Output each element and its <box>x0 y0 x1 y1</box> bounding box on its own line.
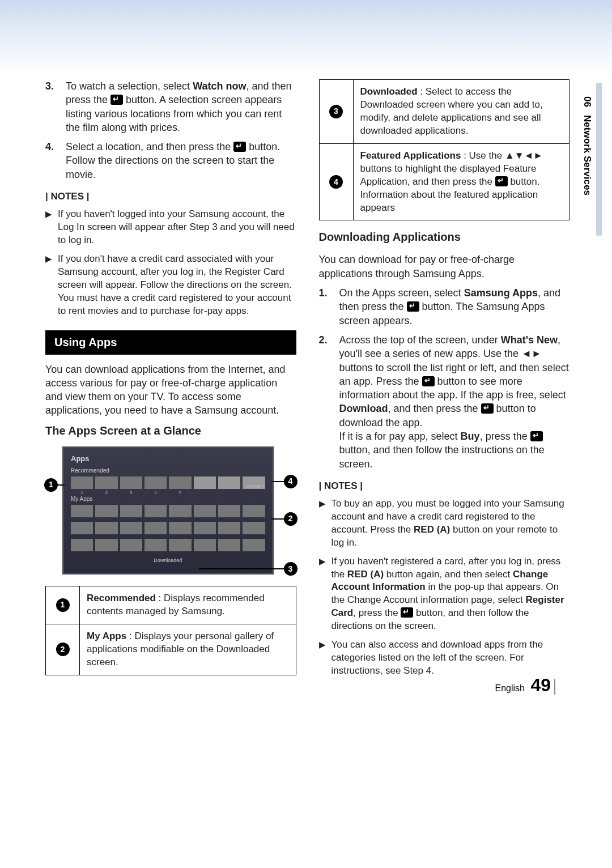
recommended-label: Recommended <box>71 467 265 475</box>
bullet-icon: ▶ <box>45 208 58 247</box>
callout-2: 2 <box>284 512 298 526</box>
notes-list-right: ▶ To buy an app, you must be logged into… <box>319 497 570 678</box>
legend-num-2: 2 <box>56 643 70 656</box>
table-row: 4 Featured Applications : Use the ▲▼◄► b… <box>319 143 570 220</box>
step-text: On the Apps screen, select Samsung Apps,… <box>339 286 570 327</box>
note-text: If you don't have a credit card associat… <box>58 253 296 318</box>
enter-icon <box>233 142 246 152</box>
enter-icon <box>495 176 508 186</box>
legend-num-1: 1 <box>56 598 70 612</box>
enter-icon <box>401 607 413 618</box>
enter-icon <box>530 431 543 441</box>
watch-steps: 3. To watch a selection, select Watch no… <box>45 79 296 181</box>
notes-list: ▶If you haven't logged into your Samsung… <box>45 208 296 318</box>
bullet-icon: ▶ <box>319 555 332 633</box>
section-intro: You can download applications from the I… <box>45 363 296 418</box>
note-text: You can also access and download apps fr… <box>332 639 570 678</box>
notes-header: | NOTES | <box>45 190 296 203</box>
my-apps-label: My Apps <box>71 495 265 503</box>
table-row: 2 My Apps : Displays your personal galle… <box>46 624 296 675</box>
callout-3: 3 <box>284 562 298 576</box>
callout-1: 1 <box>44 478 58 492</box>
enter-icon <box>481 403 494 414</box>
table-row: 1 Recommended : Displays recommended con… <box>46 586 296 624</box>
step-num: 2. <box>319 333 339 471</box>
legend-table-34: 3 Downloaded : Select to access the Down… <box>319 79 570 220</box>
downloaded-label: Downloaded <box>71 557 265 564</box>
left-column: 3. To watch a selection, select Watch no… <box>45 79 296 683</box>
step-text: Across the top of the screen, under What… <box>339 333 570 471</box>
step-num: 3. <box>45 79 66 134</box>
note-text: To buy an app, you must be logged into y… <box>332 497 570 550</box>
table-row: 3 Downloaded : Select to access the Down… <box>319 80 570 144</box>
right-column: 3 Downloaded : Select to access the Down… <box>319 79 570 683</box>
note-text: If you haven't registered a card, after … <box>332 555 570 633</box>
subheading-downloading: Downloading Applications <box>319 229 570 245</box>
apps-screen-diagram: Apps Recommended 12345 OPSHIFT My Apps D… <box>45 446 296 575</box>
step-num: 4. <box>45 140 66 181</box>
note-text: If you haven't logged into your Samsung … <box>58 208 296 247</box>
bullet-icon: ▶ <box>319 497 332 550</box>
legend-num-4: 4 <box>329 175 343 189</box>
download-steps: 1. On the Apps screen, select Samsung Ap… <box>319 286 570 471</box>
enter-icon <box>110 95 123 105</box>
enter-icon <box>407 301 419 312</box>
screen-title: Apps <box>71 454 265 464</box>
legend-num-3: 3 <box>329 105 343 118</box>
step-text: To watch a selection, select Watch now, … <box>66 79 296 134</box>
enter-icon <box>422 376 435 386</box>
step-num: 1. <box>319 286 339 327</box>
callout-4: 4 <box>284 475 298 488</box>
step-text: Select a location, and then press the bu… <box>66 140 296 181</box>
section-heading-using-apps: Using Apps <box>45 330 296 355</box>
subheading-apps-screen: The Apps Screen at a Glance <box>45 423 296 439</box>
notes-header: | NOTES | <box>319 480 570 493</box>
bullet-icon: ▶ <box>45 253 58 318</box>
opshift-label: OPSHIFT <box>245 484 265 490</box>
bullet-icon: ▶ <box>319 639 332 678</box>
legend-table-12: 1 Recommended : Displays recommended con… <box>45 586 296 675</box>
downloading-intro: You can download for pay or free-of-char… <box>319 253 570 280</box>
